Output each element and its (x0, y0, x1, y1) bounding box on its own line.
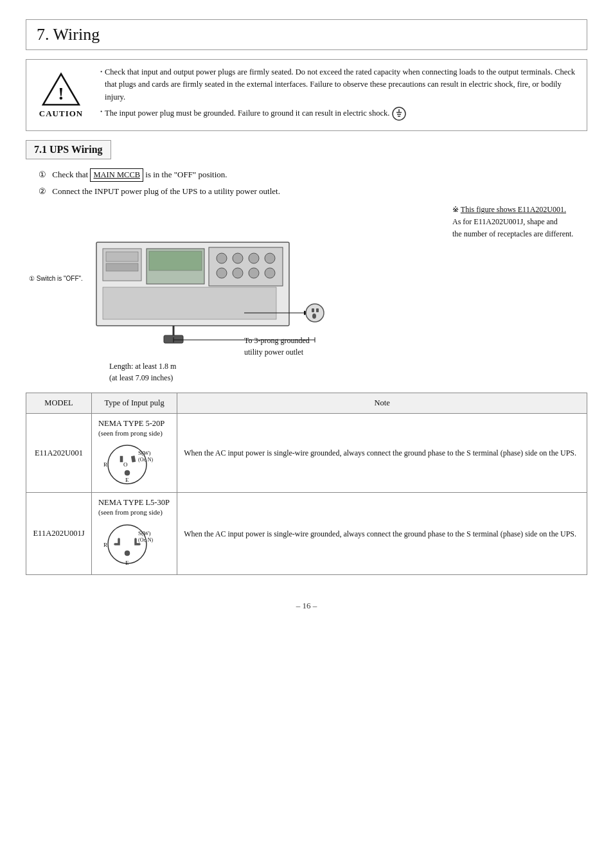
caution-item-2: The input power plug must be grounded. F… (97, 106, 578, 121)
plug-type-1-text: NEMA TYPE 5-20P (seen from prong side) (98, 419, 170, 438)
svg-point-20 (233, 268, 243, 278)
step-1-text-post: is in the "OFF" position. (145, 170, 227, 179)
note-line1: This figure shows E11A202U001. (461, 205, 566, 214)
nema-l5-30p-svg: R S(W) (Or, N) E (98, 521, 156, 569)
svg-text:R: R (103, 542, 107, 548)
length-label-2: (at least 7.09 inches) (109, 372, 446, 384)
diagram-note: ※ This figure shows E11A202U001. As for … (452, 204, 587, 240)
svg-point-17 (249, 253, 259, 263)
note-line2: As for E11A202U001J, shape and (452, 217, 558, 226)
svg-text:S(W): S(W) (138, 450, 151, 456)
table-header-model: MODEL (26, 393, 92, 414)
svg-point-40 (125, 470, 130, 475)
page-title: 7. Wiring (37, 25, 100, 44)
svg-rect-11 (106, 263, 138, 271)
nema-5-20p-svg: R S(W) (Or, N) O E (98, 442, 156, 487)
svg-point-18 (265, 253, 275, 263)
svg-text:E: E (125, 560, 129, 566)
svg-point-30 (312, 314, 316, 319)
svg-point-27 (306, 304, 324, 322)
section-title: 7.1 UPS Wiring (34, 144, 103, 155)
step-1: ① Check that MAIN MCCB is in the "OFF" p… (39, 168, 587, 182)
step-2-text: Connect the INPUT power plug of the UPS … (52, 186, 280, 196)
table-row-1: E11A202U001 NEMA TYPE 5-20P (seen from p… (26, 414, 587, 493)
plug-diagram-2: R S(W) (Or, N) E (98, 521, 170, 569)
page-number: – 16 – (296, 601, 317, 610)
section-header: 7.1 UPS Wiring (26, 140, 111, 159)
caution-item-1: Check that input and output power plugs … (97, 66, 578, 103)
svg-text:(Or, N): (Or, N) (138, 457, 154, 463)
steps-area: ① Check that MAIN MCCB is in the "OFF" p… (26, 168, 587, 197)
model-2: E11A202U001J (26, 493, 92, 575)
svg-text:!: ! (58, 84, 64, 103)
length-label-1: Length: at least 1.8 m (109, 360, 446, 372)
page-title-box: 7. Wiring (26, 19, 587, 50)
note-2: When the AC input power is single-wire g… (177, 493, 587, 575)
svg-rect-28 (312, 308, 314, 312)
note-line3: the number of receptacles are different. (452, 229, 573, 238)
page-footer: – 16 – (26, 601, 587, 611)
svg-text:(Or, N): (Or, N) (138, 537, 154, 543)
arrow-label-2: utility power outlet (244, 346, 446, 358)
svg-point-19 (217, 268, 227, 278)
caution-triangle-icon: ! (40, 71, 82, 107)
svg-point-22 (265, 268, 275, 278)
plug-type-2: NEMA TYPE L5-30P (seen from prong side) … (92, 493, 177, 575)
step-2: ② Connect the INPUT power plug of the UP… (39, 185, 587, 198)
svg-rect-39 (131, 456, 135, 463)
diagram-container: ① Switch is "OFF". (26, 204, 587, 384)
svg-point-16 (233, 253, 243, 263)
svg-rect-13 (149, 251, 202, 270)
step-1-num: ① (39, 168, 46, 181)
note-ref: ※ (452, 205, 459, 214)
step-1-text-pre: Check that (52, 170, 90, 179)
ups-diagram: ① Switch is "OFF". (26, 204, 334, 345)
wiring-table: MODEL Type of Input pulg Note E11A202U00… (26, 393, 587, 575)
plug-diagram-1: R S(W) (Or, N) O E (98, 442, 170, 487)
svg-point-15 (217, 253, 227, 263)
table-header-note: Note (177, 393, 587, 414)
svg-text:① Switch is "OFF".: ① Switch is "OFF". (29, 275, 83, 282)
plug-type-2-text: NEMA TYPE L5-30P (seen from prong side) (98, 498, 170, 517)
arrow-label-1: To 3-prong grounded (244, 335, 446, 346)
plug-type-1: NEMA TYPE 5-20P (seen from prong side) R… (92, 414, 177, 493)
svg-text:E: E (125, 477, 129, 483)
table-row-2: E11A202U001J NEMA TYPE L5-30P (seen from… (26, 493, 587, 575)
svg-point-21 (249, 268, 259, 278)
mccb-label: MAIN MCCB (90, 168, 143, 182)
caution-text: Check that input and output power plugs … (97, 66, 578, 124)
svg-rect-29 (316, 308, 319, 312)
table-header-plug: Type of Input pulg (92, 393, 177, 414)
svg-text:S(W): S(W) (138, 530, 151, 536)
caution-box: ! CAUTION Check that input and output po… (26, 59, 587, 131)
step-2-num: ② (39, 185, 46, 198)
svg-text:O: O (123, 461, 128, 468)
note-1: When the AC input power is single-wire g… (177, 414, 587, 493)
diagram-svg-area: ① Switch is "OFF". (26, 204, 446, 384)
svg-rect-23 (103, 287, 276, 319)
svg-rect-10 (106, 252, 138, 261)
caution-icon-area: ! CAUTION (35, 71, 87, 119)
svg-point-47 (125, 551, 130, 556)
ground-symbol-icon (391, 106, 407, 121)
caution-label: CAUTION (39, 109, 83, 119)
model-1: E11A202U001 (26, 414, 92, 493)
diagram-notes: ※ This figure shows E11A202U001. As for … (446, 204, 587, 245)
svg-rect-38 (120, 456, 123, 462)
svg-text:R: R (103, 461, 107, 468)
